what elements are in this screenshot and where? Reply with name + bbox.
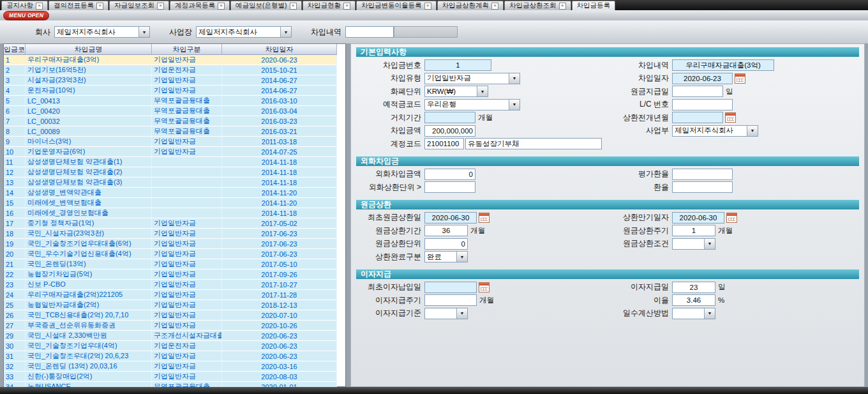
table-row[interactable]: 13삼성생명단체보험 약관대출(3)2014-11-18 (4, 178, 345, 188)
table-row[interactable]: 21국민_온렌딩(13억)기업일반자금2017-05-10 (4, 259, 345, 269)
maturity-date-input[interactable] (672, 212, 724, 224)
table-row[interactable]: 30국민_기술창조기업우대(4억)기업운전자금2020-06-23 (4, 341, 345, 351)
calendar-icon[interactable] (479, 282, 490, 292)
site-select[interactable]: 제일저지주식회사 (196, 26, 292, 38)
table-row[interactable]: 23신보 P-CBO기업일반자금2017-10-27 (4, 280, 345, 290)
first-interest-pay-date-input[interactable] (424, 282, 477, 293)
tab-item[interactable]: 공지사항 (1, 1, 48, 10)
dropdown-arrow-icon[interactable] (509, 100, 520, 110)
dropdown-arrow-icon[interactable] (456, 308, 467, 319)
table-row[interactable]: 4운전자금(10억)기업일반자금2014-06-27 (4, 86, 345, 96)
account-name-input[interactable] (465, 138, 602, 149)
principal-repay-condition-select[interactable] (672, 238, 715, 250)
currency-unit-select[interactable]: KRW(₩) (424, 86, 488, 97)
table-row[interactable]: 12삼성생명단체보험 약관대출(2)2014-11-18 (4, 167, 345, 178)
dropdown-arrow-icon[interactable] (704, 308, 715, 319)
principal-repay-period-input[interactable] (424, 225, 468, 236)
repay-complete-flag-select[interactable]: 완료 (424, 251, 468, 262)
business-unit-select[interactable]: 제일저지주식회사 (672, 125, 758, 137)
table-row[interactable]: 2기업기보(16억5천)기업운전자금2015-10-21 (4, 65, 345, 75)
column-header[interactable]: 차입금명 (26, 44, 152, 55)
loan-no-input[interactable] (424, 59, 491, 71)
tab-item[interactable]: 차입금현황 (303, 1, 356, 10)
dropdown-arrow-icon[interactable] (704, 239, 715, 249)
dropdown-arrow-icon[interactable] (280, 27, 291, 37)
table-row[interactable]: 14삼성생명_변액약관대출2014-11-20 (4, 188, 345, 198)
tab-close-icon[interactable] (218, 3, 225, 10)
tab-item[interactable]: 예금일보(은행별) (230, 1, 302, 10)
tab-item[interactable]: 차입금변동이율등록 (356, 1, 437, 10)
tab-close-icon[interactable] (157, 3, 164, 10)
deposit-code-select[interactable]: 우리은행 (424, 99, 520, 110)
table-row[interactable]: 6LC_00420무역포괄금융대출2016-03-04 (4, 106, 345, 116)
table-row[interactable]: 33신한(-)통장매입(2억)기업일반자금2020-08-03 (4, 372, 345, 382)
exchange-rate-input[interactable] (672, 181, 733, 193)
table-row[interactable]: 19국민_기술창조기업우대대출(6억)기업일반자금2017-06-23 (4, 239, 345, 249)
table-row[interactable]: 32국민_온렌딩 (13억) 20,03,16기업일반자금2020-03-16 (4, 361, 345, 372)
loan-date-input[interactable] (672, 73, 733, 84)
principal-repay-cycle-input[interactable] (672, 225, 715, 236)
table-row[interactable]: 26국민_TCB신용대출(2억) 20,7,10기업일반자금2020-07-10 (4, 310, 345, 321)
table-row[interactable]: 1우리구매자금대출(3억)기업일반자금2020-06-23 (4, 55, 345, 65)
tab-close-icon[interactable] (36, 3, 43, 10)
table-row[interactable]: 25농협일반자금대출(2억)기업일반자금2018-12-13 (4, 300, 345, 310)
loan-type-select[interactable]: 기업일반자금 (424, 73, 520, 84)
dropdown-arrow-icon[interactable] (509, 73, 520, 84)
valuation-rate-input[interactable] (672, 169, 733, 180)
table-row[interactable]: 22농협장기차입금(5억)기업일반자금2017-09-26 (4, 269, 345, 280)
table-row[interactable]: 8LC_00089무역포괄금융대출2016-03-21 (4, 126, 345, 137)
calendar-icon[interactable] (725, 112, 736, 123)
table-row[interactable]: 5LC_00413무역포괄금융대출2016-03-10 (4, 96, 345, 106)
calendar-icon[interactable] (479, 213, 490, 223)
loan-detail-input[interactable] (345, 26, 394, 38)
interest-pay-day-input[interactable] (672, 282, 715, 293)
column-header[interactable]: 차입일자 (222, 44, 337, 55)
table-row[interactable]: 10기업운영자금(6억)기업일반자금2014-07-25 (4, 147, 345, 157)
tab-item[interactable]: 계정과목등록 (170, 1, 230, 10)
tab-item[interactable]: 차입금등록 (572, 1, 616, 10)
table-row[interactable]: 11삼성생명단체보험 약관대출(1)2014-11-18 (4, 157, 345, 167)
menu-open-button[interactable]: MENU OPEN (3, 11, 49, 20)
table-row[interactable]: 18국민_시설자금(23억3천)기업일반자금2017-06-23 (4, 229, 345, 239)
tab-close-icon[interactable] (559, 3, 566, 10)
grace-period-input[interactable] (424, 112, 475, 123)
fx-repayment-unit-input[interactable] (424, 181, 475, 193)
first-principal-repay-date-input[interactable] (424, 212, 477, 224)
tab-close-icon[interactable] (424, 3, 431, 10)
tab-item[interactable]: 차입금상환조회 (504, 1, 571, 10)
interest-rate-input[interactable] (672, 294, 715, 306)
table-row[interactable]: 17중기청 정책자금(1억)기업일반자금2017-05-02 (4, 218, 345, 229)
tab-item[interactable]: 결의전표등록 (49, 1, 108, 10)
interest-pay-basis-select[interactable] (424, 308, 468, 319)
column-header[interactable]: 차입구분 (152, 44, 222, 55)
dropdown-arrow-icon[interactable] (477, 86, 488, 96)
dropdown-arrow-icon[interactable] (747, 126, 758, 136)
interest-pay-cycle-input[interactable] (424, 294, 477, 306)
tab-close-icon[interactable] (290, 3, 297, 10)
table-row[interactable]: 15미래에셋_변액보험대출2014-11-20 (4, 198, 345, 208)
tab-close-icon[interactable] (491, 3, 498, 10)
lc-number-input[interactable] (672, 99, 733, 110)
dropdown-arrow-icon[interactable] (138, 27, 149, 37)
loan-description-input[interactable] (672, 59, 774, 71)
fx-loan-amount-input[interactable] (424, 169, 475, 180)
company-select[interactable]: 제일저지주식회사 (54, 26, 150, 38)
principal-repay-unit-input[interactable] (424, 238, 468, 250)
account-code-input[interactable] (424, 138, 464, 149)
table-row[interactable]: 29국민_시설대 2,330백만원구조개선시설자금대출2020-06-23 (4, 331, 345, 341)
calendar-icon[interactable] (726, 213, 737, 223)
table-row[interactable]: 16미래에셋_경영인보험대출2014-11-18 (4, 208, 345, 218)
table-row[interactable]: 31국민_기술창조우대(2억) 20,6,23기업일반자금2020-06-23 (4, 351, 345, 361)
table-row[interactable]: 7LC_00032무역포괄금융대출2016-03-23 (4, 116, 345, 126)
table-row[interactable]: 20국민_우수기술기업신용대출(4억)기업일반자금2017-06-23 (4, 249, 345, 259)
repayment-start-month-input[interactable] (672, 112, 723, 123)
table-row[interactable]: 3시설자금(23억3천)기업일반자금2014-06-27 (4, 75, 345, 86)
column-header[interactable]: 차입금코드 (4, 44, 26, 55)
tab-close-icon[interactable] (96, 3, 103, 10)
tab-item[interactable]: 차입금상환계획 (437, 1, 504, 10)
tab-close-icon[interactable] (343, 3, 350, 10)
day-count-method-select[interactable] (672, 308, 715, 319)
loan-amount-input[interactable] (424, 125, 475, 137)
table-row[interactable]: 27부국증권_선순위유동화증권기업일반자금2020-10-26 (4, 321, 345, 331)
table-row[interactable]: 9마이너스(3억)기업일반자금2011-03-18 (4, 137, 345, 147)
